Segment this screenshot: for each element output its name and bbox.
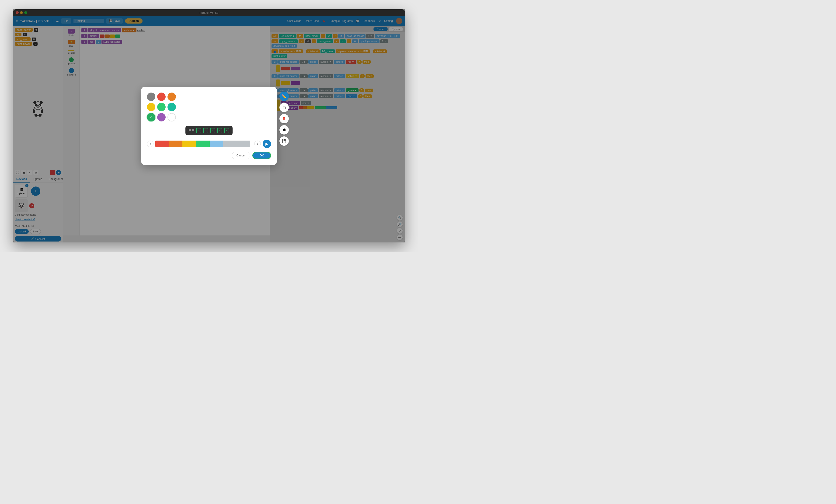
swatch-yellow[interactable] <box>147 103 155 111</box>
led-4[interactable]: 4 <box>217 128 222 133</box>
connector-tab <box>189 129 191 131</box>
swatch-purple[interactable] <box>157 113 166 121</box>
preview-seg-1 <box>155 140 169 147</box>
swatch-gray[interactable] <box>147 93 155 101</box>
led-2[interactable]: 2 <box>203 128 208 133</box>
swatch-white[interactable] <box>168 113 176 121</box>
led-strip: 1 2 3 4 5 <box>186 126 232 135</box>
swatch-selected-green[interactable]: ✓ <box>147 113 155 121</box>
modal-preview-strip: ‹ › ▶ <box>147 140 271 148</box>
delete-btn[interactable]: 🗑 <box>280 114 289 123</box>
save-preset-btn[interactable]: 💾 <box>280 136 289 146</box>
connector-tab <box>192 129 194 131</box>
edit-pencil-btn[interactable]: ✏️ <box>280 92 289 101</box>
preview-prev-btn[interactable]: ‹ <box>147 140 153 147</box>
eraser-btn[interactable]: ◻ <box>280 103 289 112</box>
preview-play-btn[interactable]: ▶ <box>263 140 271 148</box>
preview-color-strip <box>155 140 250 147</box>
modal-overlay[interactable]: ✓ 1 2 3 4 5 <box>13 9 405 243</box>
swatch-orange[interactable] <box>168 93 176 101</box>
led-3[interactable]: 3 <box>210 128 215 133</box>
swatch-green[interactable] <box>157 103 166 111</box>
preview-seg-7 <box>237 140 250 147</box>
led-1[interactable]: 1 <box>196 128 201 133</box>
modal-actions: Cancel OK <box>147 152 271 159</box>
color-palette: ✓ <box>147 93 271 121</box>
preview-seg-3 <box>183 140 196 147</box>
swatch-teal[interactable] <box>168 103 176 111</box>
preview-seg-5 <box>210 140 223 147</box>
divider <box>252 140 252 147</box>
cancel-button[interactable]: Cancel <box>232 152 250 159</box>
preview-seg-6 <box>223 140 237 147</box>
led-5[interactable]: 5 <box>224 128 229 133</box>
preview-seg-2 <box>169 140 183 147</box>
preview-seg-4 <box>196 140 209 147</box>
swatch-red[interactable] <box>157 93 166 101</box>
settings-tool-btn[interactable]: ✱ <box>280 125 289 135</box>
ok-button[interactable]: OK <box>252 152 271 159</box>
led-strip-container: 1 2 3 4 5 <box>147 126 271 135</box>
preview-next-btn[interactable]: › <box>254 140 261 147</box>
modal-icon-buttons: ✏️ ◻ 🗑 ✱ 💾 <box>280 92 289 146</box>
led-color-picker-modal: ✓ 1 2 3 4 5 <box>141 87 277 165</box>
